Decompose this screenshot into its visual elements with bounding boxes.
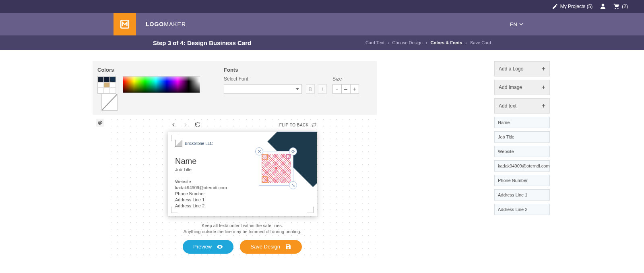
rotate-ccw-icon [194, 122, 201, 128]
chevron-down-icon [519, 22, 523, 26]
card-logo[interactable]: BrickStone LLC [175, 140, 213, 147]
cart-link[interactable]: (2) [613, 3, 628, 10]
size-reset-button[interactable]: – [341, 84, 350, 94]
card-field-text[interactable]: kadak94909@oterndi.com [175, 185, 227, 190]
side-header[interactable]: Add text+ [494, 98, 550, 114]
color-spectrum[interactable] [123, 76, 200, 93]
cart-icon [613, 3, 620, 10]
business-card[interactable]: BrickStone LLC Name Job Title ✕ ⟳ ⤡ Webs… [168, 132, 317, 216]
pencil-icon [552, 3, 558, 10]
palette-icon [97, 120, 103, 126]
color-swatch[interactable] [110, 82, 116, 88]
flip-card-button[interactable]: FLIP TO BACK [279, 122, 317, 128]
sidebar-tabs [93, 116, 108, 256]
breadcrumb: Card Text›Choose Design›Colors & Fonts›S… [365, 40, 491, 45]
bold-button[interactable]: B [306, 84, 315, 94]
side-input[interactable]: Website [494, 146, 550, 157]
brand[interactable]: LOGOMAKER [0, 13, 186, 35]
arrow-right-icon [182, 122, 189, 128]
undo-button[interactable] [168, 120, 179, 129]
palette-tab[interactable] [96, 119, 104, 127]
options-panel: Colors Fonts Select Font B I Size - – [93, 61, 377, 115]
size-control: - – + [332, 84, 359, 94]
color-swatch[interactable] [110, 88, 116, 93]
card-field-text[interactable]: Website [175, 179, 191, 184]
language-selector[interactable]: EN [510, 21, 523, 27]
qr-element[interactable]: ✕ ⟳ ⤡ [259, 151, 293, 186]
brand-logo [114, 13, 136, 35]
color-swatch[interactable] [98, 88, 104, 93]
company-name: BrickStone LLC [185, 141, 213, 146]
side-input[interactable]: Address Line 2 [494, 204, 550, 215]
resize-handle[interactable]: ⤡ [289, 181, 297, 189]
size-label: Size [332, 76, 359, 82]
side-header[interactable]: Add Image+ [494, 80, 550, 95]
my-projects-label: My Projects (5) [560, 4, 593, 9]
safe-area-note: Keep all text/content within the safe li… [184, 223, 301, 235]
card-field-text[interactable]: Address Line 2 [175, 203, 204, 208]
navbar: LOGOMAKER EN [0, 13, 644, 35]
save-icon [285, 244, 291, 250]
side-input[interactable]: Address Line 1 [494, 189, 550, 201]
side-input[interactable]: Phone Number [494, 175, 550, 186]
breadcrumb-item[interactable]: Card Text [365, 40, 384, 45]
select-font-label: Select Font [224, 76, 303, 82]
eye-icon [217, 244, 223, 250]
card-name-text[interactable]: Name [175, 157, 196, 166]
card-job-text[interactable]: Job Title [175, 167, 192, 172]
plus-icon: + [542, 84, 545, 91]
side-input[interactable]: kadak94909@oterndi.com [494, 160, 550, 172]
italic-button[interactable]: I [318, 84, 327, 94]
rotate-handle[interactable]: ⟳ [289, 147, 297, 155]
logo-icon [175, 140, 182, 147]
side-input[interactable]: Name [494, 117, 550, 128]
card-field-text[interactable]: Phone Number [175, 191, 205, 196]
color-swatch[interactable] [98, 77, 104, 82]
redo-button[interactable] [180, 120, 191, 129]
fonts-title: Fonts [224, 67, 372, 73]
color-swatch[interactable] [110, 77, 116, 82]
step-title: Step 3 of 4: Design Business Card [153, 39, 251, 46]
safe-corner [307, 207, 314, 213]
color-swatch[interactable] [104, 88, 110, 93]
breadcrumb-item[interactable]: Save Card [470, 40, 491, 45]
preview-button[interactable]: Preview [183, 240, 233, 254]
colors-title: Colors [97, 67, 218, 73]
step-bar: Step 3 of 4: Design Business Card Card T… [0, 35, 644, 50]
card-field-text[interactable]: Address Line 1 [175, 197, 204, 202]
my-projects-link[interactable]: My Projects (5) [552, 3, 593, 10]
right-sidebar: Add a Logo+Add Image+Add text+NameJob Ti… [494, 61, 550, 256]
plus-icon: + [542, 102, 545, 110]
no-fill-swatch[interactable] [101, 94, 118, 111]
brand-text: LOGOMAKER [146, 21, 186, 27]
account-link[interactable] [600, 3, 606, 10]
color-swatch[interactable] [104, 77, 110, 82]
canvas[interactable]: FLIP TO BACK BrickStone LLC Name Job Tit… [108, 116, 377, 256]
color-swatches[interactable] [97, 76, 116, 94]
save-design-button[interactable]: Save Design [240, 240, 302, 254]
account-icon [600, 3, 606, 10]
size-minus-button[interactable]: - [332, 84, 341, 94]
breadcrumb-item[interactable]: Choose Design [392, 40, 423, 45]
qr-image [262, 154, 291, 183]
color-swatch[interactable] [98, 82, 104, 88]
cart-count: (2) [622, 4, 628, 9]
flip-icon [311, 122, 317, 128]
breadcrumb-item[interactable]: Colors & Fonts [431, 40, 462, 45]
size-plus-button[interactable]: + [350, 84, 359, 94]
arrow-left-icon [170, 122, 177, 128]
side-input[interactable]: Job Title [494, 131, 550, 143]
font-select[interactable] [224, 84, 302, 94]
color-swatch[interactable] [104, 82, 110, 88]
reset-button[interactable] [192, 120, 203, 129]
topbar: My Projects (5) (2) [0, 0, 644, 13]
plus-icon: + [542, 65, 545, 72]
delete-handle[interactable]: ✕ [255, 147, 263, 155]
side-header[interactable]: Add a Logo+ [494, 61, 550, 77]
